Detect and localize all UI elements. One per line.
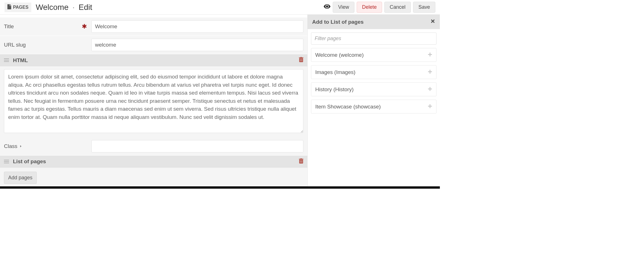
plus-icon	[428, 86, 432, 93]
cancel-button[interactable]: Cancel	[384, 2, 411, 13]
url-row: URL slug	[0, 36, 307, 54]
pages-label: PAGES	[13, 5, 28, 10]
title-row: Title ✱	[0, 18, 307, 36]
required-asterisk: ✱	[82, 23, 87, 30]
breadcrumb-action: Edit	[79, 3, 92, 12]
breadcrumb: Welcome · Edit	[36, 3, 92, 12]
sidebar-title: Add to List of pages	[312, 19, 364, 25]
sidebar: Add to List of pages Welcome (welcome) I…	[307, 15, 440, 186]
plus-icon	[428, 103, 432, 110]
title-label: Title	[4, 23, 14, 30]
filter-input[interactable]	[311, 32, 436, 45]
page-item-showcase[interactable]: Item Showcase (showcase)	[311, 100, 436, 114]
class-row: Class	[0, 137, 307, 156]
html-section-header: HTML	[0, 54, 307, 66]
html-section-title: HTML	[13, 57, 28, 64]
save-button[interactable]: Save	[413, 2, 435, 13]
file-icon	[7, 4, 11, 10]
list-section-title: List of pages	[13, 158, 46, 165]
view-button[interactable]: View	[333, 2, 354, 13]
list-pages-body: Add pages	[0, 168, 307, 187]
caret-right-icon[interactable]	[19, 143, 23, 149]
list-section-header: List of pages	[0, 156, 307, 168]
breadcrumb-item: Welcome	[36, 3, 69, 12]
page-item-label: Welcome (welcome)	[315, 52, 364, 58]
url-input[interactable]	[91, 39, 303, 51]
sidebar-header: Add to List of pages	[308, 15, 440, 29]
url-label: URL slug	[4, 42, 26, 48]
page-item-history[interactable]: History (History)	[311, 82, 436, 96]
breadcrumb-separator: ·	[72, 3, 75, 12]
class-input[interactable]	[91, 140, 303, 152]
drag-icon[interactable]	[4, 57, 9, 64]
class-label: Class	[4, 143, 17, 149]
title-input[interactable]	[91, 20, 303, 33]
page-item-label: Item Showcase (showcase)	[315, 104, 381, 110]
pages-badge[interactable]: PAGES	[5, 3, 31, 12]
drag-icon[interactable]	[4, 158, 9, 165]
main-form: Title ✱ URL slug HTML	[0, 15, 307, 186]
plus-icon	[428, 69, 432, 75]
html-textarea[interactable]	[4, 69, 303, 133]
trash-icon[interactable]	[299, 57, 303, 64]
add-pages-button[interactable]: Add pages	[4, 172, 37, 184]
html-block	[0, 66, 307, 137]
delete-button[interactable]: Delete	[357, 2, 382, 13]
header-bar: PAGES Welcome · Edit View Delete Cancel …	[0, 0, 440, 15]
trash-icon[interactable]	[299, 158, 303, 165]
close-icon[interactable]	[430, 19, 435, 25]
page-item-welcome[interactable]: Welcome (welcome)	[311, 48, 436, 62]
page-item-label: History (History)	[315, 86, 354, 93]
page-item-label: Images (Images)	[315, 69, 356, 75]
eye-icon[interactable]	[324, 3, 330, 11]
plus-icon	[428, 52, 432, 58]
page-item-images[interactable]: Images (Images)	[311, 65, 436, 79]
